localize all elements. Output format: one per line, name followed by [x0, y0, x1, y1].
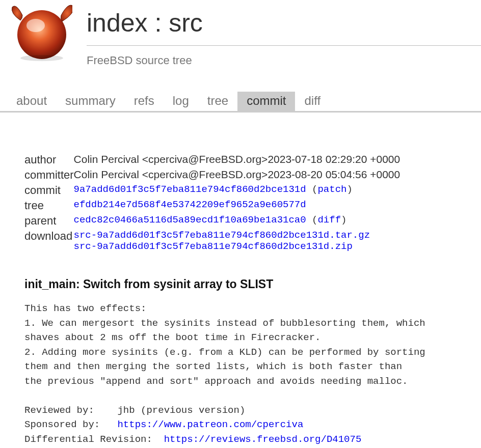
committer-value: Colin Percival <cperciva@FreeBSD.org>	[74, 167, 268, 183]
download-tar-link[interactable]: src-9a7add6d01f3c5f7eba811e794cf860d2bce…	[74, 230, 370, 241]
table-row: download src-9a7add6d01f3c5f7eba811e794c…	[24, 229, 400, 253]
table-row: committer Colin Percival <cperciva@FreeB…	[24, 167, 400, 183]
commit-subject: init_main: Switch from sysinit array to …	[24, 277, 481, 291]
tab-about[interactable]: about	[7, 92, 56, 111]
download-label: download	[24, 229, 74, 253]
paren-open: (	[312, 214, 317, 226]
freebsd-logo-icon	[11, 4, 72, 63]
reviewed-by-label: Reviewed by:	[24, 405, 94, 416]
paren-open: (	[312, 184, 317, 195]
svg-point-2	[20, 55, 63, 61]
tree-label: tree	[24, 198, 74, 213]
tab-refs[interactable]: refs	[125, 92, 164, 111]
index-link[interactable]: index	[87, 9, 148, 37]
title-divider	[87, 45, 481, 46]
tree-hash-link[interactable]: efddb214e7d568f4e53742209ef9652a9e60577d	[74, 199, 306, 210]
tab-bar: about summary refs log tree commit diff	[0, 92, 481, 113]
diffrev-link[interactable]: https://reviews.freebsd.org/D41075	[164, 434, 362, 445]
commit-label: commit	[24, 183, 74, 198]
parent-label: parent	[24, 213, 74, 229]
committer-date: 2023-08-20 05:04:56 +0000	[268, 167, 400, 183]
commit-hash-cell: 9a7add6d01f3c5f7eba811e794cf860d2bce131d…	[74, 183, 400, 198]
parent-hash-link[interactable]: cedc82c0466a5116d5a89ecd1f10a69be1a31ca0	[74, 214, 306, 226]
committer-label: committer	[24, 167, 74, 183]
diffrev-label: Differential Revision:	[24, 434, 152, 445]
tab-diff[interactable]: diff	[295, 92, 330, 111]
tree-hash-cell: efddb214e7d568f4e53742209ef9652a9e60577d	[74, 198, 400, 213]
page-header: index : src FreeBSD source tree	[0, 0, 481, 67]
tab-commit[interactable]: commit	[237, 92, 295, 111]
breadcrumb: index : src	[87, 9, 481, 45]
author-label: author	[24, 152, 74, 167]
repo-description: FreeBSD source tree	[87, 54, 481, 67]
paren-close: )	[341, 214, 346, 226]
tab-summary[interactable]: summary	[56, 92, 125, 111]
commit-meta-table: author Colin Percival <cperciva@FreeBSD.…	[24, 152, 400, 253]
paren-close: )	[346, 184, 352, 195]
table-row: author Colin Percival <cperciva@FreeBSD.…	[24, 152, 400, 167]
repo-link[interactable]: src	[169, 9, 203, 37]
svg-point-0	[17, 10, 66, 59]
title-section: index : src FreeBSD source tree	[87, 9, 481, 67]
svg-point-1	[26, 19, 45, 32]
title-separator: :	[148, 9, 169, 37]
download-zip-link[interactable]: src-9a7add6d01f3c5f7eba811e794cf860d2bce…	[74, 241, 353, 252]
commit-hash-link[interactable]: 9a7add6d01f3c5f7eba811e794cf860d2bce131d	[74, 184, 306, 195]
author-date: 2023-07-18 02:29:20 +0000	[268, 152, 400, 167]
author-value: Colin Percival <cperciva@FreeBSD.org>	[74, 152, 268, 167]
commit-body-text: This has two effects: 1. We can mergesor…	[24, 303, 425, 387]
sponsored-by-link[interactable]: https://www.patreon.com/cperciva	[117, 419, 303, 430]
reviewed-by-value: jhb (previous version)	[117, 405, 245, 416]
tab-log[interactable]: log	[164, 92, 198, 111]
table-row: commit 9a7add6d01f3c5f7eba811e794cf860d2…	[24, 183, 400, 198]
tab-tree[interactable]: tree	[198, 92, 237, 111]
table-row: parent cedc82c0466a5116d5a89ecd1f10a69be…	[24, 213, 400, 229]
table-row: tree efddb214e7d568f4e53742209ef9652a9e6…	[24, 198, 400, 213]
parent-hash-cell: cedc82c0466a5116d5a89ecd1f10a69be1a31ca0…	[74, 213, 400, 229]
download-cell: src-9a7add6d01f3c5f7eba811e794cf860d2bce…	[74, 229, 400, 253]
parent-diff-link[interactable]: diff	[317, 214, 341, 226]
patch-link[interactable]: patch	[317, 184, 346, 195]
commit-body: This has two effects: 1. We can mergesor…	[24, 301, 481, 446]
sponsored-by-label: Sponsored by:	[24, 419, 100, 430]
